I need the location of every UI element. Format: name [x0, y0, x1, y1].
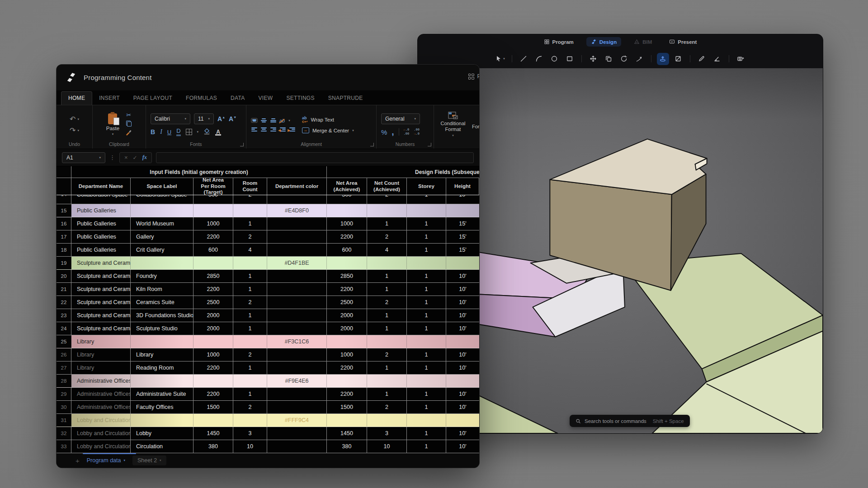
storey-cell[interactable]: 1: [407, 244, 446, 256]
titlebar-right-clipped[interactable]: Pr: [468, 73, 480, 80]
storey-cell[interactable]: 1: [407, 270, 446, 282]
net-count-achieved-cell[interactable]: 2: [367, 195, 407, 204]
net-area-achieved-cell[interactable]: 2200: [327, 230, 367, 243]
height-cell[interactable]: 10': [446, 388, 479, 400]
format-painter-icon[interactable]: [125, 129, 132, 138]
data-row[interactable]: 20Sculpture and CeramicsFoundry285012850…: [57, 270, 479, 283]
net-count-achieved-cell[interactable]: 2: [367, 230, 407, 243]
net-count-achieved-cell[interactable]: 3: [367, 427, 407, 440]
nav-tab-program[interactable]: Program: [539, 37, 578, 47]
empty-cell[interactable]: [327, 375, 367, 387]
net-count-achieved-cell[interactable]: 1: [367, 270, 407, 282]
room-count-cell[interactable]: 1: [233, 270, 267, 282]
department-color-cell[interactable]: [267, 361, 327, 374]
alignment-dialog-launcher-icon[interactable]: [370, 143, 374, 146]
net-count-achieved-cell[interactable]: 1: [367, 322, 407, 335]
text-orientation-icon[interactable]: ab: [279, 118, 286, 123]
space-label-cell[interactable]: Sculpture Studio: [131, 322, 193, 335]
height-cell[interactable]: 10': [446, 427, 479, 440]
department-name-cell[interactable]: Public Galleries: [71, 217, 131, 230]
department-color-cell[interactable]: [267, 309, 327, 322]
department-name-cell[interactable]: Public Galleries: [71, 230, 131, 243]
row-number[interactable]: 16: [57, 217, 71, 230]
ribbon-tab-view[interactable]: VIEW: [252, 92, 280, 105]
decrease-decimal-icon[interactable]: ←.0.00: [404, 128, 410, 136]
net-count-achieved-cell[interactable]: 1: [367, 361, 407, 374]
ribbon-tab-formulas[interactable]: FORMULAS: [179, 92, 224, 105]
space-label-cell[interactable]: Circulation: [131, 440, 193, 453]
align-left-icon[interactable]: [251, 127, 258, 132]
room-count-cell[interactable]: 1: [233, 283, 267, 296]
net-count-achieved-cell[interactable]: 1: [367, 283, 407, 296]
empty-cell[interactable]: [233, 375, 267, 387]
ribbon-tab-page-layout[interactable]: PAGE LAYOUT: [127, 92, 179, 105]
room-count-cell[interactable]: 1: [233, 309, 267, 322]
room-count-cell[interactable]: 2: [233, 230, 267, 243]
storey-cell[interactable]: 1: [407, 309, 446, 322]
department-header-row-sculpture-and-ceramics[interactable]: 19Sculpture and Ceramics#D4F1BE: [57, 257, 479, 270]
space-label-cell[interactable]: Crit Gallery: [131, 244, 193, 256]
space-label-cell[interactable]: Ceramics Suite: [131, 296, 193, 309]
italic-button[interactable]: I: [160, 128, 162, 136]
empty-cell[interactable]: [233, 414, 267, 427]
paste-button[interactable]: Paste ▾: [106, 113, 119, 136]
empty-cell[interactable]: [131, 375, 193, 387]
space-label-cell[interactable]: Foundry: [131, 270, 193, 282]
height-cell[interactable]: 15': [446, 217, 479, 230]
department-color-hex-cell[interactable]: #F9E4E6: [267, 375, 327, 387]
measure-tool-icon[interactable]: [696, 53, 708, 65]
room-count-cell[interactable]: 2: [233, 348, 267, 361]
height-cell[interactable]: 15': [446, 244, 479, 256]
number-format-select[interactable]: General▾: [381, 113, 420, 124]
net-area-achieved-cell[interactable]: 600: [327, 244, 367, 256]
confirm-entry-icon[interactable]: ✓: [133, 155, 137, 161]
department-name-cell[interactable]: Library: [71, 348, 131, 361]
row-number[interactable]: 31: [57, 414, 71, 427]
font-size-select[interactable]: 11▾: [194, 113, 214, 124]
column-header-room-count[interactable]: Room Count: [233, 178, 267, 195]
data-row[interactable]: 33Lobby and CirculationCirculation380103…: [57, 440, 479, 453]
space-label-cell[interactable]: Collaboration Space: [131, 195, 193, 204]
storey-cell[interactable]: 1: [407, 195, 446, 204]
empty-cell[interactable]: [233, 335, 267, 348]
net-area-target-cell[interactable]: 2200: [193, 388, 233, 400]
row-number[interactable]: 20: [57, 270, 71, 282]
offset-tool-icon[interactable]: [633, 53, 646, 65]
data-row[interactable]: 24Sculpture and CeramicsSculpture Studio…: [57, 322, 479, 335]
align-middle-icon[interactable]: [260, 118, 267, 123]
net-count-achieved-cell[interactable]: 1: [367, 309, 407, 322]
net-area-achieved-cell[interactable]: 1000: [327, 348, 367, 361]
height-cell[interactable]: 10': [446, 322, 479, 335]
nav-tab-bim[interactable]: BIM: [629, 37, 656, 47]
row-number[interactable]: 21: [57, 283, 71, 296]
net-area-achieved-cell[interactable]: 1000: [327, 217, 367, 230]
conditional-format-button[interactable]: Conditional Format ▾: [439, 112, 467, 138]
department-name-cell[interactable]: Collaboration Space: [71, 195, 131, 204]
cell-name-box[interactable]: A1 ▾: [62, 152, 105, 163]
height-cell[interactable]: 10': [446, 440, 479, 453]
increase-decimal-icon[interactable]: .00→.0: [414, 128, 420, 136]
net-area-achieved-cell[interactable]: 2200: [327, 283, 367, 296]
department-name-cell[interactable]: Administrative Offices: [71, 375, 131, 387]
row-number[interactable]: 23: [57, 309, 71, 322]
department-name-cell[interactable]: Sculpture and Ceramics: [71, 257, 131, 269]
row-number[interactable]: 32: [57, 427, 71, 440]
department-color-hex-cell[interactable]: #F3C1C6: [267, 335, 327, 348]
net-area-achieved-cell[interactable]: 2000: [327, 322, 367, 335]
column-header-department-name[interactable]: Department Name: [71, 178, 131, 195]
storey-cell[interactable]: 1: [407, 322, 446, 335]
storey-cell[interactable]: 1: [407, 348, 446, 361]
empty-cell[interactable]: [446, 375, 479, 387]
column-header-department-color[interactable]: Department color: [267, 178, 327, 195]
mask-tool-icon[interactable]: [672, 53, 684, 65]
department-name-cell[interactable]: Lobby and Circulation: [71, 414, 131, 427]
rectangle-tool-icon[interactable]: [564, 53, 576, 65]
data-row[interactable]: 21Sculpture and CeramicsKiln Room2200122…: [57, 283, 479, 296]
net-count-achieved-cell[interactable]: 2: [367, 296, 407, 309]
empty-cell[interactable]: [407, 375, 446, 387]
department-name-cell[interactable]: Library: [71, 335, 131, 348]
row-number[interactable]: 30: [57, 401, 71, 413]
room-count-cell[interactable]: 1: [233, 322, 267, 335]
increase-font-icon[interactable]: A▲: [217, 115, 225, 122]
height-cell[interactable]: 10': [446, 348, 479, 361]
